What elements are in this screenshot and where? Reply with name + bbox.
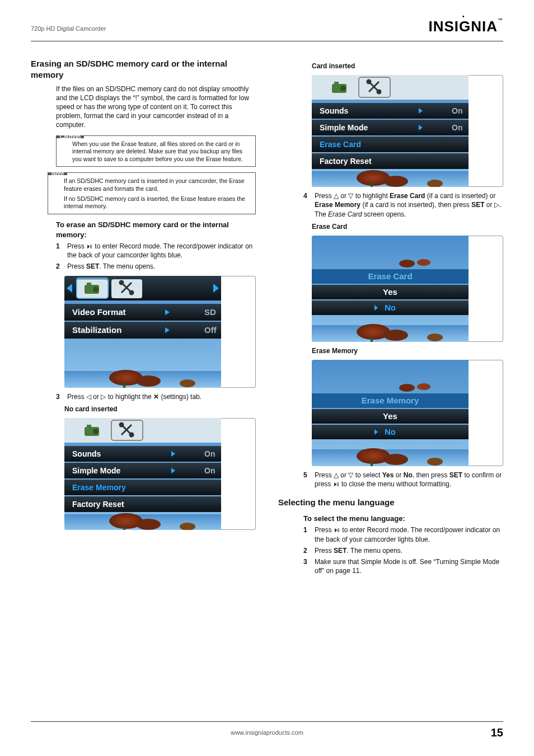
erase-step-1: 1 Press ⏯ to enter Record mode. The reco… [56, 242, 256, 260]
lcd-erase-card: Erase Card Yes No [312, 236, 503, 342]
note-box: Note If an SD/SDHC memory card is insert… [48, 172, 256, 214]
svg-point-66 [399, 260, 415, 267]
svg-text:Erase Card: Erase Card [320, 140, 361, 149]
svg-text:Video Format: Video Format [72, 307, 126, 317]
no-card-label: No card inserted [64, 405, 256, 414]
erase-step-5: 5 Press △ or ▽ to select Yes or No, then… [303, 471, 503, 489]
svg-text:SD: SD [204, 307, 216, 317]
svg-point-75 [417, 383, 430, 390]
header-rule [31, 41, 503, 41]
up-triangle-icon: △ [334, 192, 339, 200]
lcd-erase-memory: Erase Memory Yes No [312, 360, 503, 466]
page-number: 15 [491, 725, 503, 740]
erase-intro: If the files on an SD/SDHC memory card d… [56, 84, 256, 130]
erase-card-label: Erase Card [312, 222, 503, 231]
brand-logo: INSIGNIA™ [428, 17, 503, 36]
svg-text:No: No [385, 303, 396, 312]
svg-text:On: On [452, 106, 462, 115]
erase-step-4: 4 Press △ or ▽ to highlight Erase Card (… [303, 191, 503, 219]
caution-label: Caution [57, 136, 84, 138]
lang-step-1: 1 Press ⏯ to enter Record mode. The reco… [303, 525, 503, 543]
svg-text:No: No [385, 427, 396, 436]
header-product-name: 720p HD Digital Camcorder [31, 25, 106, 36]
note-label: Note [48, 173, 67, 175]
erase-proc-heading: To erase an SD/SDHC memory card or the i… [56, 220, 256, 240]
lang-step-3: 3 Make sure that Simple Mode is off. See… [303, 557, 503, 575]
record-icon: ⏯ [333, 480, 340, 488]
erase-step-2: 2 Press SET. The menu opens. [56, 262, 256, 271]
caution-box: Caution When you use the Erase feature, … [56, 135, 256, 167]
record-icon: ⏯ [86, 242, 93, 250]
svg-text:Factory Reset: Factory Reset [72, 500, 124, 509]
page-footer: www.insigniaproducts.com 15 [31, 721, 503, 740]
svg-text:On: On [204, 449, 215, 458]
svg-text:Erase Memory: Erase Memory [362, 396, 419, 405]
svg-text:Off: Off [204, 325, 217, 335]
right-triangle-icon: ▷ [101, 393, 106, 401]
lang-step-2: 2 Press SET. The menu opens. [303, 546, 503, 555]
erase-step-3: 3 Press ◁ or ▷ to highlight the ✕ (setti… [56, 392, 256, 401]
language-proc-heading: To select the menu language: [303, 514, 503, 524]
svg-point-76 [399, 384, 415, 392]
left-triangle-icon: ◁ [86, 393, 91, 401]
lcd-settings-nocard: Sounds On Simple Mode On Erase Memory Fa… [64, 418, 256, 530]
svg-text:On: On [452, 123, 462, 132]
section-erase-title: Erasing an SD/SDHC memory card or the in… [31, 58, 256, 81]
svg-point-65 [417, 259, 430, 266]
down-triangle-icon: ▽ [348, 192, 353, 200]
lcd-main-menu: Video Format SD Stabilization Off [64, 276, 256, 388]
svg-text:Sounds: Sounds [320, 106, 349, 115]
svg-text:Erase Card: Erase Card [368, 271, 412, 281]
svg-text:Yes: Yes [383, 411, 397, 421]
svg-text:Sounds: Sounds [72, 449, 101, 458]
svg-text:Stabilization: Stabilization [72, 325, 121, 335]
down-triangle-icon: ▽ [348, 471, 353, 479]
lcd-settings-card: Sounds On Simple Mode On Erase Card Fact… [312, 75, 503, 187]
svg-text:Factory Reset: Factory Reset [320, 157, 372, 166]
page: 720p HD Digital Camcorder INSIGNIA™ Eras… [0, 0, 534, 756]
up-triangle-icon: △ [334, 471, 339, 479]
right-column: Card inserted Sounds On Simple Mode On [278, 58, 503, 577]
note-text-2: If no SD/SDHC memory card is inserted, t… [64, 195, 251, 210]
svg-text:Yes: Yes [383, 287, 397, 297]
left-column: Erasing an SD/SDHC memory card or the in… [31, 58, 256, 577]
erase-memory-label: Erase Memory [312, 346, 503, 355]
right-triangle-icon: ▷ [494, 201, 499, 209]
page-header: 720p HD Digital Camcorder INSIGNIA™ [31, 17, 503, 36]
section-language-title: Selecting the menu language [278, 497, 503, 508]
tools-icon: ✕ [153, 393, 159, 401]
content-columns: Erasing an SD/SDHC memory card or the in… [31, 58, 503, 577]
note-text-1: If an SD/SDHC memory card is inserted in… [64, 177, 251, 192]
svg-text:Erase Memory: Erase Memory [72, 483, 126, 492]
footer-url: www.insigniaproducts.com [31, 729, 503, 737]
caution-text: When you use the Erase feature, all file… [57, 138, 255, 167]
card-label: Card inserted [312, 62, 503, 71]
svg-text:On: On [204, 466, 215, 475]
svg-text:Simple Mode: Simple Mode [320, 123, 368, 132]
record-icon: ⏯ [334, 526, 340, 534]
svg-text:Simple Mode: Simple Mode [72, 466, 121, 475]
